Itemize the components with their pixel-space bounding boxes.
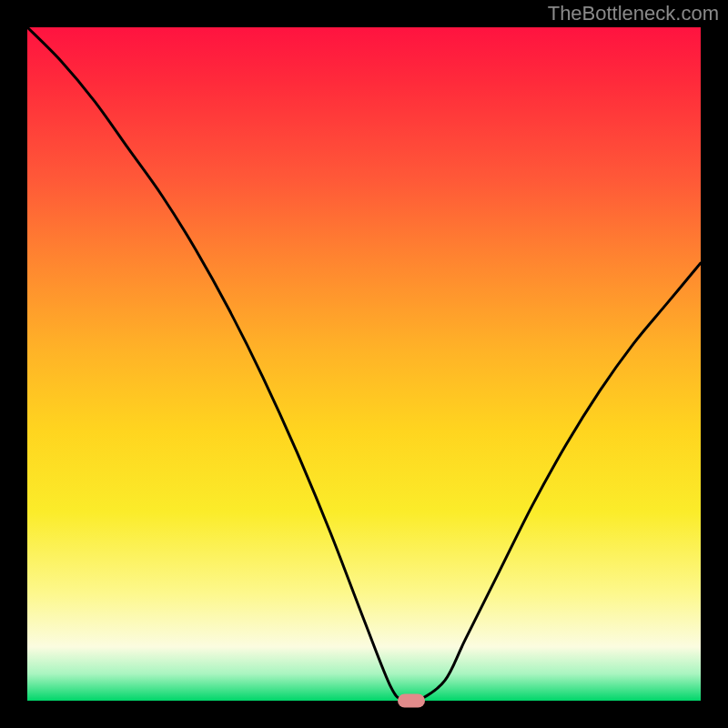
optimum-marker [398, 694, 425, 708]
attribution-label: TheBottleneck.com [548, 2, 719, 25]
curve-layer [27, 27, 701, 701]
plot-area [27, 27, 701, 701]
chart-frame: TheBottleneck.com [0, 0, 728, 728]
bottleneck-curve [27, 27, 701, 701]
